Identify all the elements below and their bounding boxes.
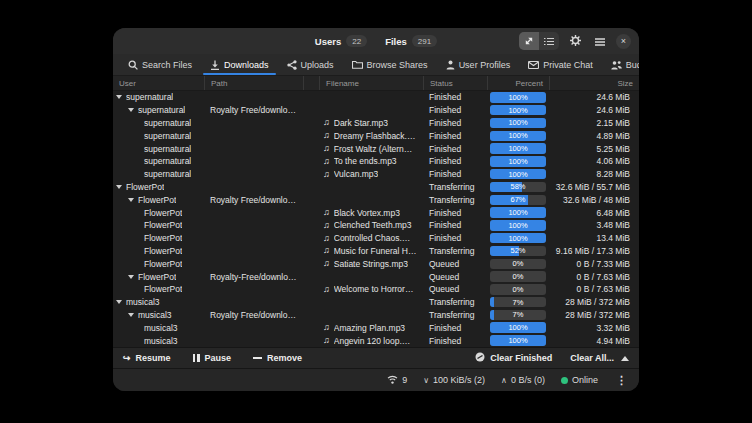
gear-icon	[570, 32, 581, 50]
column-header-filename[interactable]: Filename	[319, 76, 423, 90]
table-row[interactable]: supernatural ♫ Dreamy Flashback.mp3 Fini…	[113, 129, 639, 142]
remove-button[interactable]: Remove	[253, 353, 302, 363]
upload-speed-value: 0 B/s (0)	[511, 375, 545, 385]
column-header-spacer[interactable]	[303, 76, 319, 90]
envelope-icon	[528, 61, 539, 69]
progress-bar: 100%	[490, 207, 546, 218]
progress-percent: 100%	[490, 105, 546, 116]
table-row[interactable]: supernatural ♫ To the ends.mp3 Finished …	[113, 155, 639, 168]
table-row[interactable]: supernatural ♫ Dark Star.mp3 Finished 10…	[113, 117, 639, 130]
close-icon: ×	[621, 37, 626, 46]
progress-percent: 100%	[490, 169, 546, 180]
close-button[interactable]: ×	[616, 34, 631, 49]
row-user: supernatural	[138, 105, 185, 115]
progress-bar: 7%	[490, 297, 546, 308]
row-size: 24.6 MiB	[549, 105, 639, 115]
table-row[interactable]: supernatural Royalty Free/downloads/nico…	[113, 104, 639, 117]
table-row[interactable]: musical3 ♫ Transferring 7% 28 MiB / 372 …	[113, 296, 639, 309]
clear-icon	[475, 352, 485, 364]
row-size: 0 B / 7.33 MiB	[549, 259, 639, 269]
progress-bar: 100%	[490, 335, 546, 346]
upload-speed-button[interactable]: ∧ 0 B/s (0)	[501, 375, 545, 385]
column-header-percent[interactable]: Percent	[487, 76, 549, 90]
online-status-button[interactable]: Online	[561, 375, 598, 385]
table-row[interactable]: FlowerPot ♫ Black Vortex.mp3 Finished 10…	[113, 206, 639, 219]
table-row[interactable]: musical3 ♫ Amazing Plan.mp3 Finished 100…	[113, 321, 639, 334]
row-size: 24.6 MiB	[549, 92, 639, 102]
statusbar-menu-button[interactable]: ⋮	[614, 374, 629, 387]
row-status: Finished	[423, 336, 487, 346]
resume-button[interactable]: ↪ Resume	[123, 353, 171, 363]
table-row[interactable]: supernatural ♫ Finished 100% 24.6 MiB	[113, 91, 639, 104]
resume-label: Resume	[136, 353, 171, 363]
search-icon	[128, 60, 138, 70]
row-filename: Music for Funeral Home - Part 1	[334, 246, 417, 256]
tab-downloads[interactable]: Downloads	[201, 54, 278, 75]
pause-button[interactable]: Pause	[193, 353, 232, 363]
table-row[interactable]: musical3 ♫ Angevin 120 loop.mp3 Finished…	[113, 334, 639, 347]
tab-user-profiles[interactable]: User Profiles	[437, 54, 520, 75]
progress-bar: 100%	[490, 220, 546, 231]
status-bar: 9 ∨ 100 KiB/s (2) ∧ 0 B/s (0) Online ⋮	[113, 368, 639, 391]
settings-button[interactable]	[566, 32, 584, 50]
tab-buddies[interactable]: Buddies	[602, 54, 639, 75]
connections-indicator[interactable]: 9	[387, 375, 407, 386]
music-note-icon: ♫	[323, 285, 330, 294]
row-status: Finished	[423, 208, 487, 218]
clear-finished-button[interactable]: Clear Finished	[475, 352, 552, 364]
row-user: FlowerPot	[138, 272, 176, 282]
titlebar[interactable]: Users 22 Files 291	[113, 28, 639, 54]
column-header-size[interactable]: Size	[549, 76, 639, 90]
row-user: musical3	[144, 323, 178, 333]
tab-uploads[interactable]: Uploads	[278, 54, 343, 75]
download-speed-button[interactable]: ∨ 100 KiB/s (2)	[423, 375, 485, 385]
row-user: musical3	[126, 297, 160, 307]
progress-percent: 7%	[490, 310, 546, 321]
clear-all-menu-button[interactable]: Clear All...	[570, 353, 629, 363]
tab-private-chat[interactable]: Private Chat	[519, 54, 602, 75]
table-row[interactable]: FlowerPot ♫ Controlled Chaos.mp3 Finishe…	[113, 232, 639, 245]
expander-icon[interactable]	[128, 275, 134, 279]
column-header-path[interactable]: Path	[204, 76, 303, 90]
table-row[interactable]: supernatural ♫ Vulcan.mp3 Finished 100% …	[113, 168, 639, 181]
users-stat: Users 22	[315, 35, 367, 47]
table-row[interactable]: FlowerPot Royalty Free/downloads/nicoti …	[113, 193, 639, 206]
table-row[interactable]: FlowerPot ♫ Welcome to HorrorLand - hi.m…	[113, 283, 639, 296]
table-row[interactable]: musical3 Royalty Free/downloads/nicoti ♫…	[113, 309, 639, 322]
progress-percent: 0%	[490, 284, 546, 295]
list-view-button[interactable]	[539, 32, 559, 50]
column-header-user[interactable]: User	[113, 76, 204, 90]
users-count-badge: 22	[346, 35, 367, 47]
main-menu-button[interactable]	[591, 32, 609, 50]
row-size: 9.16 MiB / 17.3 MiB	[549, 246, 639, 256]
table-row[interactable]: FlowerPot ♫ Transferring 58% 32.6 MiB / …	[113, 181, 639, 194]
table-row[interactable]: FlowerPot ♫ Clenched Teeth.mp3 Finished …	[113, 219, 639, 232]
row-filename: Dark Star.mp3	[334, 118, 388, 128]
table-row[interactable]: FlowerPot ♫ Music for Funeral Home - Par…	[113, 245, 639, 258]
expander-icon[interactable]	[128, 108, 134, 112]
tab-search-files[interactable]: Search Files	[119, 54, 201, 75]
row-size: 28 MiB / 372 MiB	[549, 297, 639, 307]
files-label: Files	[385, 36, 407, 47]
music-note-icon: ♫	[323, 246, 330, 255]
row-size: 4.06 MiB	[549, 156, 639, 166]
tab-browse-shares[interactable]: Browse Shares	[343, 54, 437, 75]
expander-icon[interactable]	[128, 313, 134, 317]
expander-icon[interactable]	[116, 95, 122, 99]
progress-percent: 100%	[490, 143, 546, 154]
row-filename: Welcome to HorrorLand - hi.mp3	[334, 284, 417, 294]
row-filename: Clenched Teeth.mp3	[334, 220, 412, 230]
expander-icon[interactable]	[128, 198, 134, 202]
expander-icon[interactable]	[116, 300, 122, 304]
progress-bar: 0%	[490, 271, 546, 282]
table-row[interactable]: FlowerPot Royalty-Free/downloads/nicoti …	[113, 270, 639, 283]
progress-percent: 100%	[490, 131, 546, 142]
row-user: FlowerPot	[144, 246, 182, 256]
expander-icon[interactable]	[116, 185, 122, 189]
table-row[interactable]: supernatural ♫ Frost Waltz (Alternate).m…	[113, 142, 639, 155]
column-header-status[interactable]: Status	[423, 76, 487, 90]
download-speed-value: 100 KiB/s (2)	[433, 375, 485, 385]
expand-collapse-button[interactable]	[519, 32, 539, 50]
row-user: musical3	[138, 310, 172, 320]
table-row[interactable]: FlowerPot ♫ Satiate Strings.mp3 Queued 0…	[113, 257, 639, 270]
